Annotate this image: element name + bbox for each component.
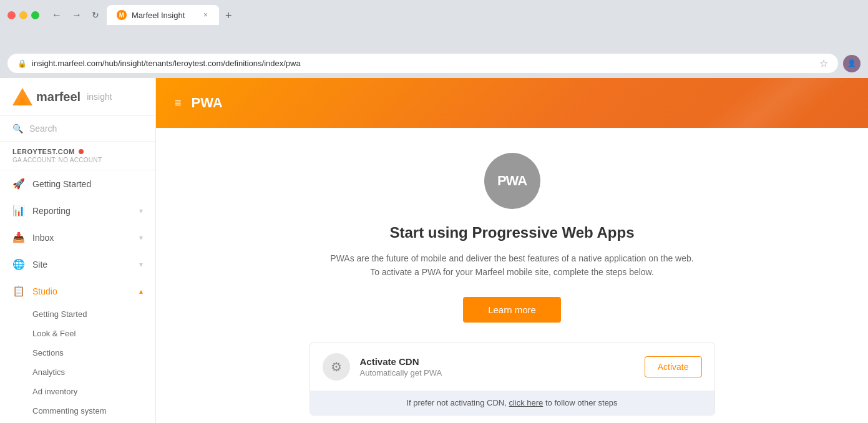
account-info: LEROYTEST.COM GA ACCOUNT: NO ACCOUNT [0,142,155,170]
sidebar-item-reporting[interactable]: 📊 Reporting ▾ [0,197,155,224]
new-tab-button[interactable]: + [220,7,237,25]
cdn-note-suffix: to follow other steps [545,398,618,407]
account-domain: LEROYTEST.COM [12,148,143,155]
pwa-icon-text: PWA [497,173,527,189]
reporting-label: Reporting [32,206,71,216]
refresh-button[interactable]: ↻ [89,9,102,21]
sidebar-item-analytics[interactable]: Analytics [0,362,155,382]
studio-chevron: ▴ [139,287,143,296]
sidebar-item-getting-started[interactable]: 🚀 Getting Started [0,170,155,197]
app-container: marfeel insight 🔍 Search LEROYTEST.COM G… [0,78,868,423]
cdn-note: If prefer not activating CDN, click here… [310,391,714,415]
studio-icon: 📋 [12,285,25,297]
tab-close-button[interactable]: × [202,11,209,19]
sidebar-logo: marfeel insight [0,78,155,116]
sidebar-item-ad-inventory[interactable]: Ad inventory [0,382,155,401]
minimize-window-button[interactable] [19,11,27,19]
tab-favicon: M [117,10,127,20]
address-bar-row: 🔒 insight.marfeel.com/hub/insight/tenant… [0,50,868,78]
address-bar[interactable]: 🔒 insight.marfeel.com/hub/insight/tenant… [7,54,838,73]
inbox-icon: 📥 [12,231,25,243]
marfeel-logo-icon [12,88,32,105]
browser-chrome: ← → ↻ M Marfeel Insight × + [0,0,868,50]
site-chevron: ▾ [139,260,143,269]
sidebar-item-studio[interactable]: 📋 Studio ▴ [0,278,155,304]
back-button[interactable]: ← [49,8,64,22]
header-title: PWA [192,95,223,111]
studio-sub-nav: Getting Started Look & Feel Sections Ana… [0,304,155,423]
forward-button[interactable]: → [69,8,84,22]
pwa-icon-circle: PWA [484,153,540,209]
getting-started-label: Getting Started [32,179,91,189]
activate-button[interactable]: Activate [645,356,702,377]
cdn-icon: ⚙ [331,359,342,374]
tab-title: Marfeel Insight [132,11,197,20]
menu-icon[interactable]: ≡ [175,97,182,110]
cdn-note-prefix: If prefer not activating CDN, [406,398,506,407]
main-content: ≡ PWA PWA Start using Progressive Web Ap… [156,78,868,423]
cdn-info: Activate CDN Automatically get PWA [360,356,635,377]
site-icon: 🌐 [12,258,25,270]
cdn-card-inner: ⚙ Activate CDN Automatically get PWA Act… [310,343,714,391]
sidebar-item-site[interactable]: 🌐 Site ▾ [0,251,155,278]
learn-more-button[interactable]: Learn more [463,297,561,323]
logo-insight-text: insight [87,92,112,102]
sidebar-item-studio-getting-started[interactable]: Getting Started [0,304,155,324]
active-tab[interactable]: M Marfeel Insight × [107,5,219,25]
traffic-lights [7,11,39,19]
top-header: ≡ PWA [156,78,868,128]
cdn-title: Activate CDN [360,356,635,367]
status-indicator [79,149,84,154]
lock-icon: 🔒 [17,59,27,68]
ga-account-text: GA ACCOUNT: NO ACCOUNT [12,157,143,163]
browser-controls: ← → ↻ M Marfeel Insight × + [7,5,861,25]
sidebar-item-social-networks[interactable]: Social networks [0,421,155,423]
pwa-title: Start using Progressive Web Apps [389,224,634,241]
cdn-icon-circle: ⚙ [323,353,350,381]
reporting-icon: 📊 [12,205,25,216]
cdn-note-link[interactable]: click here [509,398,543,407]
sidebar-item-look-feel[interactable]: Look & Feel [0,324,155,343]
site-label: Site [32,260,47,270]
sidebar-item-inbox[interactable]: 📥 Inbox ▾ [0,224,155,251]
domain-text: LEROYTEST.COM [12,148,75,155]
studio-label: Studio [32,286,57,296]
pwa-content: PWA Start using Progressive Web Apps PWA… [156,128,868,423]
reporting-chevron: ▾ [139,207,143,215]
maximize-window-button[interactable] [31,11,39,19]
getting-started-icon: 🚀 [12,178,25,190]
cdn-card: ⚙ Activate CDN Automatically get PWA Act… [310,343,715,416]
address-text: insight.marfeel.com/hub/insight/tenants/… [32,59,814,68]
search-icon: 🔍 [12,124,23,134]
inbox-label: Inbox [32,233,54,243]
inbox-chevron: ▾ [139,233,143,242]
profile-avatar[interactable]: 👤 [843,55,861,72]
sidebar: marfeel insight 🔍 Search LEROYTEST.COM G… [0,78,156,423]
search-bar[interactable]: 🔍 Search [0,116,155,142]
bookmark-icon[interactable]: ☆ [819,57,828,69]
pwa-description: PWAs are the future of mobile and delive… [325,251,700,280]
close-window-button[interactable] [7,11,16,19]
cdn-subtitle: Automatically get PWA [360,368,635,377]
marfeel-logo: marfeel insight [12,88,112,105]
tab-bar: M Marfeel Insight × + [107,5,237,25]
sidebar-item-sections[interactable]: Sections [0,343,155,362]
logo-text: marfeel [36,90,80,104]
sidebar-item-commenting-system[interactable]: Commenting system [0,401,155,421]
search-placeholder: Search [29,124,57,134]
